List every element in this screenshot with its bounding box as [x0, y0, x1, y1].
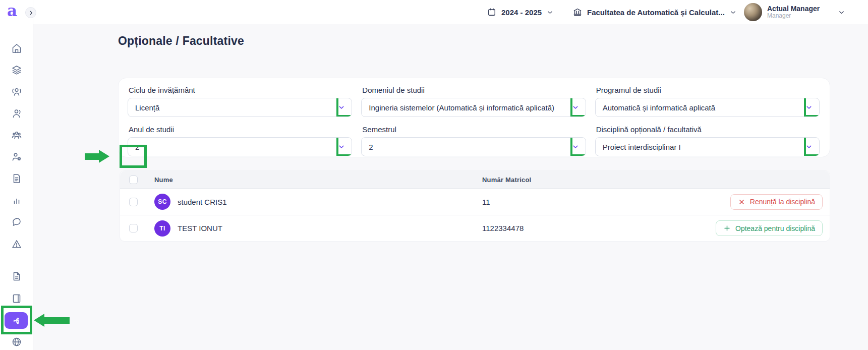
chat-icon[interactable] [11, 216, 23, 228]
layers-icon[interactable] [11, 64, 23, 76]
team-icon[interactable] [11, 129, 23, 141]
page-title: Opționale / Facultative [118, 34, 244, 48]
filter-value-domeniu: Ingineria sistemelor (Automatică și info… [369, 103, 554, 112]
faculty-label: Facultatea de Automatică și Calculat... [587, 8, 725, 17]
chevron-down-icon [571, 103, 580, 111]
globe-icon[interactable] [11, 336, 23, 348]
academic-year-label: 2024 - 2025 [501, 8, 542, 17]
user-settings-icon[interactable] [11, 151, 23, 163]
user-role: Manager [767, 13, 820, 20]
calendar-icon [487, 7, 497, 17]
filter-label-domeniu: Domeniul de studii [362, 86, 586, 94]
student-name: TEST IONUT [178, 224, 222, 232]
filter-select-domeniu[interactable]: Ingineria sistemelor (Automatică și info… [361, 98, 586, 117]
sidebar-item-optionals[interactable] [5, 312, 28, 329]
student-matricol: 1122334478 [482, 224, 524, 232]
students-table: Nume Număr Matricol SC student CRIS1 11 … [120, 170, 830, 242]
plus-icon [723, 224, 731, 232]
avatar: SC [154, 194, 170, 210]
chevron-down-icon [838, 9, 845, 16]
filter-select-program[interactable]: Automatică și informatică aplicată [595, 98, 820, 117]
column-header-name: Nume [154, 176, 173, 184]
filter-label-ciclu: Ciclu de invățământ [129, 86, 352, 94]
filter-label-disciplina: Disciplină opțională / facultativă [596, 125, 820, 134]
chevron-down-icon [805, 103, 813, 111]
filter-value-ciclu: Licență [135, 103, 159, 112]
faculty-selector[interactable]: Facultatea de Automatică și Calculat... [572, 0, 737, 24]
x-icon [738, 198, 745, 206]
user-icon[interactable] [11, 107, 23, 120]
table-row: TI TEST IONUT 1122334478 Optează pentru … [120, 215, 830, 241]
chevron-down-icon [805, 143, 813, 151]
filter-select-ciclu[interactable]: Licență [128, 98, 352, 117]
hierarchy-icon [11, 315, 22, 326]
student-matricol: 11 [482, 198, 490, 206]
institution-icon [572, 7, 583, 17]
row-checkbox[interactable] [129, 198, 138, 206]
select-all-checkbox[interactable] [129, 176, 138, 184]
sidebar-expand-button[interactable] [25, 7, 36, 18]
column-header-matricol: Număr Matricol [482, 176, 531, 184]
filter-select-semestru[interactable]: 2 [361, 137, 586, 156]
filter-value-semestru: 2 [369, 143, 373, 151]
app-logo: a [7, 3, 17, 19]
filter-select-an[interactable]: 2 [128, 137, 352, 156]
filter-value-disciplina: Proiect interdisciplinar I [603, 143, 681, 151]
opt-for-discipline-button[interactable]: Optează pentru disciplină [716, 220, 823, 236]
users-icon[interactable] [11, 86, 23, 98]
main-content: Opționale / Facultative Ciclu de invățăm… [33, 24, 868, 350]
bar-chart-icon[interactable] [11, 194, 23, 206]
sidebar: a [0, 0, 33, 350]
table-header-row: Nume Număr Matricol [120, 171, 830, 189]
alert-triangle-icon[interactable] [11, 238, 23, 250]
academic-year-selector[interactable]: 2024 - 2025 [487, 0, 554, 24]
renounce-discipline-button[interactable]: Renunță la disciplină [730, 194, 823, 210]
user-menu[interactable]: Actual Manager Manager [744, 0, 845, 24]
filters-card: Ciclu de invățământ Licență Domeniul de … [118, 78, 830, 157]
avatar: TI [154, 220, 170, 237]
chevron-right-icon [28, 10, 34, 16]
filter-value-an: 2 [135, 143, 139, 151]
document-icon[interactable] [11, 172, 23, 185]
home-icon[interactable] [11, 42, 23, 54]
book-icon[interactable] [11, 293, 23, 305]
user-name: Actual Manager [767, 5, 820, 13]
user-avatar [744, 3, 762, 21]
filter-select-disciplina[interactable]: Proiect interdisciplinar I [595, 137, 820, 156]
table-row: SC student CRIS1 11 Renunță la disciplin… [120, 189, 830, 215]
chevron-down-icon [571, 143, 580, 151]
student-name: student CRIS1 [178, 198, 227, 206]
filter-label-semestru: Semestrul [362, 125, 586, 134]
chevron-down-icon [337, 103, 345, 111]
chevron-down-icon [729, 9, 737, 16]
row-checkbox[interactable] [129, 224, 138, 232]
file-save-icon[interactable] [11, 270, 23, 282]
chevron-down-icon [337, 143, 345, 151]
topbar: 2024 - 2025 Facultatea de Automatică și … [33, 0, 868, 24]
filter-label-an: Anul de studii [129, 125, 352, 134]
filter-value-program: Automatică și informatică aplicată [603, 103, 715, 112]
filter-label-program: Programul de studii [596, 86, 820, 94]
chevron-down-icon [546, 9, 554, 16]
